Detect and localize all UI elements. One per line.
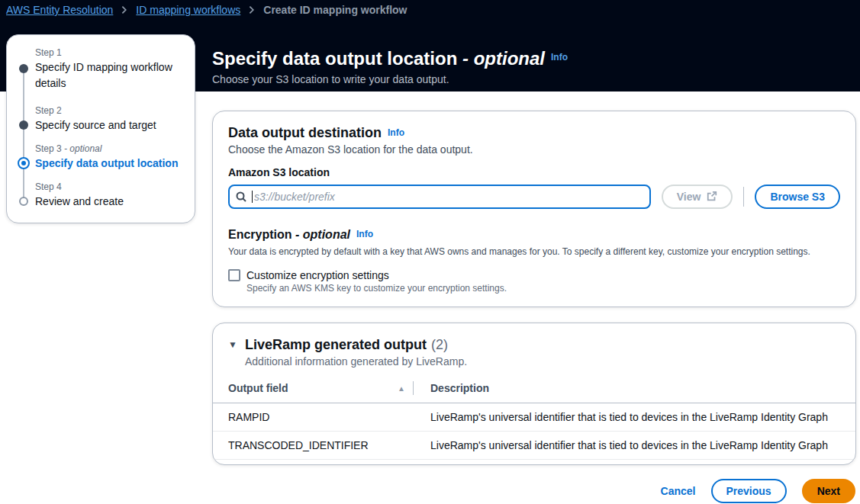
- page-title-info-link[interactable]: Info: [551, 52, 568, 63]
- step-label: Step 1: [35, 46, 184, 59]
- customize-encryption-row: Customize encryption settings: [228, 269, 840, 281]
- liveramp-output-card: ▼ LiveRamp generated output(2) Additiona…: [212, 323, 856, 465]
- text-cursor: [252, 191, 253, 203]
- output-field-cell: TRANSCODED_IDENTIFIER: [228, 439, 414, 451]
- wizard-steps-nav: Step 1 Specify ID mapping workflow detai…: [6, 34, 195, 223]
- view-button[interactable]: View: [662, 185, 733, 209]
- table-header-row: Output field ▲ Description: [213, 377, 855, 403]
- liveramp-counter: (2): [431, 337, 448, 352]
- next-button[interactable]: Next: [802, 479, 855, 503]
- breadcrumb-link-entity-resolution[interactable]: AWS Entity Resolution: [6, 4, 113, 16]
- table-row: TRANSCODED_IDENTIFIER LiveRamp's univers…: [213, 432, 855, 460]
- search-icon: [235, 191, 247, 205]
- encryption-info-link[interactable]: Info: [356, 229, 373, 239]
- step-label-text: Step 3: [35, 143, 62, 154]
- destination-info-link[interactable]: Info: [388, 127, 404, 138]
- encryption-title: Encryption - optionalInfo: [228, 226, 840, 243]
- step-link-workflow-details[interactable]: Specify ID mapping workflow details: [35, 59, 184, 91]
- liveramp-expand-header[interactable]: ▼ LiveRamp generated output(2): [213, 334, 855, 354]
- cancel-button[interactable]: Cancel: [661, 485, 696, 497]
- step-label: Step 4: [35, 180, 184, 194]
- browse-s3-button[interactable]: Browse S3: [755, 185, 840, 209]
- step-label: Step 3 - optional: [35, 142, 184, 156]
- encryption-section: Encryption - optionalInfo Your data is e…: [228, 226, 840, 294]
- output-field-cell: RAMPID: [228, 411, 414, 423]
- sort-ascending-icon[interactable]: ▲: [398, 384, 405, 393]
- customize-encryption-label[interactable]: Customize encryption settings: [246, 269, 389, 281]
- step-item-4: Step 4 Review and create: [7, 180, 195, 212]
- customize-encryption-checkbox[interactable]: [228, 269, 240, 281]
- chevron-right-icon: [246, 5, 257, 15]
- customize-encryption-description: Specify an AWS KMS key to customize your…: [246, 283, 840, 294]
- step-visited-dot-icon: [19, 120, 28, 130]
- step-link-review-create[interactable]: Review and create: [35, 194, 184, 210]
- liveramp-description: Additional information generated by Live…: [213, 354, 855, 368]
- encryption-title-optional: - optional: [295, 228, 350, 241]
- table-row: RAMPID LiveRamp's universal identifier t…: [213, 403, 855, 432]
- external-link-icon: [707, 191, 717, 204]
- s3-location-input[interactable]: [228, 185, 651, 209]
- button-divider: [743, 187, 744, 207]
- view-button-label: View: [677, 191, 701, 203]
- card-title-text: Data output destination: [228, 125, 382, 140]
- previous-button-label: Previous: [726, 485, 771, 497]
- liveramp-table: Output field ▲ Description RAMPID LiveRa…: [213, 377, 855, 460]
- column-header-output-field[interactable]: Output field ▲: [228, 382, 413, 394]
- liveramp-title: LiveRamp generated output(2): [245, 335, 448, 354]
- step-item-3-active: Step 3 - optional Specify data output lo…: [7, 142, 195, 180]
- step-item-2: Step 2 Specify source and target: [7, 104, 195, 142]
- description-cell: LiveRamp's universal identifier that is …: [414, 439, 828, 451]
- card-title: Data output destinationInfo: [228, 124, 840, 142]
- step-label-optional: - optional: [62, 143, 102, 154]
- previous-button[interactable]: Previous: [711, 479, 787, 503]
- encryption-description: Your data is encrypted by default with a…: [228, 246, 840, 257]
- liveramp-title-text: LiveRamp generated output: [245, 337, 427, 352]
- encryption-title-text: Encryption: [228, 228, 292, 241]
- column-header-description: Description: [414, 382, 489, 394]
- caret-down-icon: ▼: [228, 335, 237, 354]
- s3-location-label: Amazon S3 location: [228, 166, 840, 178]
- data-output-destination-card: Data output destinationInfo Choose the A…: [212, 111, 856, 307]
- breadcrumb-current: Create ID mapping workflow: [263, 4, 407, 16]
- page-subtitle: Choose your S3 location to write your da…: [212, 73, 792, 85]
- step-active-radio-icon: [18, 157, 30, 169]
- page-title-text: Specify data output location: [212, 48, 457, 69]
- browse-s3-label: Browse S3: [770, 191, 825, 203]
- page-title: Specify data output location - optionalI…: [212, 46, 792, 70]
- step-link-source-target[interactable]: Specify source and target: [35, 117, 184, 133]
- next-button-label: Next: [817, 485, 840, 497]
- breadcrumb-link-id-mapping-workflows[interactable]: ID mapping workflows: [136, 4, 240, 16]
- card-description: Choose the Amazon S3 location for the da…: [228, 143, 840, 156]
- breadcrumb: AWS Entity Resolution ID mapping workflo…: [6, 4, 407, 16]
- step-label: Step 2: [35, 104, 184, 117]
- step-visited-dot-icon: [19, 64, 28, 73]
- step-item-1: Step 1 Specify ID mapping workflow detai…: [7, 46, 195, 104]
- chevron-right-icon: [119, 5, 130, 15]
- step-upcoming-dot-icon: [19, 197, 28, 206]
- column-header-label: Output field: [228, 382, 288, 394]
- page-title-optional: - optional: [462, 48, 545, 69]
- wizard-footer-actions: Cancel Previous Next: [661, 479, 855, 503]
- step-link-data-output-location[interactable]: Specify data output location: [35, 156, 184, 172]
- s3-input-wrap: [228, 185, 651, 209]
- s3-location-row: View Browse S3: [228, 185, 840, 209]
- page-header: Specify data output location - optionalI…: [212, 46, 792, 85]
- description-cell: LiveRamp's universal identifier that is …: [414, 411, 828, 423]
